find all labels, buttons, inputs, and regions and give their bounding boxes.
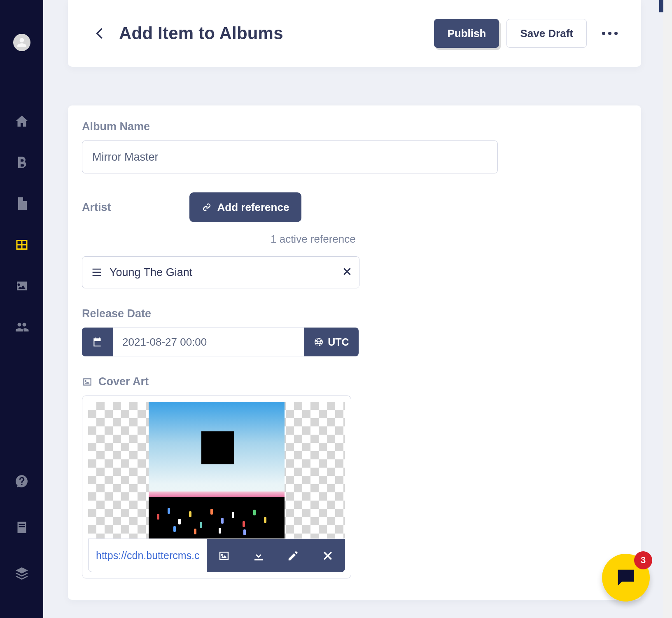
nav-help-icon[interactable] [14, 473, 30, 489]
remove-image-button[interactable] [310, 539, 345, 572]
nav-media-icon[interactable] [14, 278, 30, 294]
release-date-field: Release Date UTC [82, 307, 627, 356]
save-draft-button-label: Save Draft [520, 27, 573, 40]
active-reference-count: 1 active reference [271, 233, 627, 246]
nav-pages-icon[interactable] [14, 195, 30, 212]
nav-blog-icon[interactable] [14, 154, 30, 171]
release-date-input[interactable] [113, 328, 304, 356]
timezone-button[interactable]: UTC [304, 328, 359, 356]
download-button[interactable] [241, 539, 276, 572]
remove-reference-button[interactable] [343, 267, 352, 278]
chat-icon [614, 566, 638, 590]
image-icon [82, 377, 93, 387]
page-title: Add Item to Albums [119, 23, 283, 43]
edit-button[interactable] [276, 539, 310, 572]
more-actions-button[interactable] [597, 21, 622, 46]
publish-button[interactable]: Publish [434, 19, 499, 48]
back-button[interactable] [91, 25, 107, 42]
svg-point-2 [614, 32, 618, 35]
calendar-icon [92, 337, 103, 347]
add-reference-label: Add reference [217, 201, 289, 214]
nav-docs-icon[interactable] [14, 519, 30, 536]
edit-icon [287, 550, 299, 562]
image-icon [218, 550, 230, 562]
artist-label: Artist [82, 201, 111, 214]
drag-handle-icon[interactable] [91, 267, 102, 278]
reference-chip[interactable]: Young The Giant [82, 256, 359, 288]
cover-art-box [82, 396, 351, 578]
sidebar [0, 0, 43, 618]
cover-art-label: Cover Art [82, 375, 627, 388]
scrollbar-track[interactable] [663, 0, 672, 618]
cover-art-tools [88, 538, 345, 572]
download-icon [252, 550, 265, 562]
svg-rect-4 [93, 272, 101, 273]
link-icon [202, 202, 212, 212]
cover-art-field: Cover Art [82, 375, 627, 578]
close-icon [322, 550, 334, 562]
svg-rect-5 [93, 275, 101, 276]
svg-point-0 [602, 32, 605, 35]
svg-rect-3 [93, 269, 101, 270]
nav-home-icon[interactable] [14, 113, 30, 129]
chat-launcher[interactable]: 3 [602, 554, 650, 602]
album-name-field: Album Name [82, 120, 627, 173]
album-name-input[interactable] [82, 140, 498, 173]
svg-point-1 [608, 32, 611, 35]
reference-chip-label: Young The Giant [110, 266, 343, 279]
cover-art-preview[interactable] [88, 402, 345, 538]
nav-collections-icon[interactable] [14, 236, 30, 253]
add-reference-button[interactable]: Add reference [189, 192, 302, 222]
release-date-label: Release Date [82, 307, 627, 320]
nav-stack-icon[interactable] [14, 565, 30, 582]
cover-art-url-input[interactable] [88, 539, 207, 572]
save-draft-button[interactable]: Save Draft [506, 19, 587, 48]
main-column: Add Item to Albums Publish Save Draft Al… [43, 0, 663, 618]
album-name-label: Album Name [82, 120, 627, 133]
avatar[interactable] [13, 34, 30, 51]
form-card: Album Name Artist Add reference 1 active… [68, 105, 641, 600]
page-header: Add Item to Albums Publish Save Draft [68, 0, 641, 67]
publish-button-label: Publish [447, 27, 486, 40]
globe-icon [314, 337, 324, 347]
cover-art-image [149, 402, 285, 538]
replace-image-button[interactable] [207, 539, 241, 572]
calendar-icon-button[interactable] [82, 328, 113, 356]
artist-field: Artist Add reference 1 active reference … [82, 192, 627, 288]
nav-users-icon[interactable] [14, 319, 30, 335]
chat-badge: 3 [634, 551, 652, 569]
timezone-label: UTC [328, 336, 349, 348]
